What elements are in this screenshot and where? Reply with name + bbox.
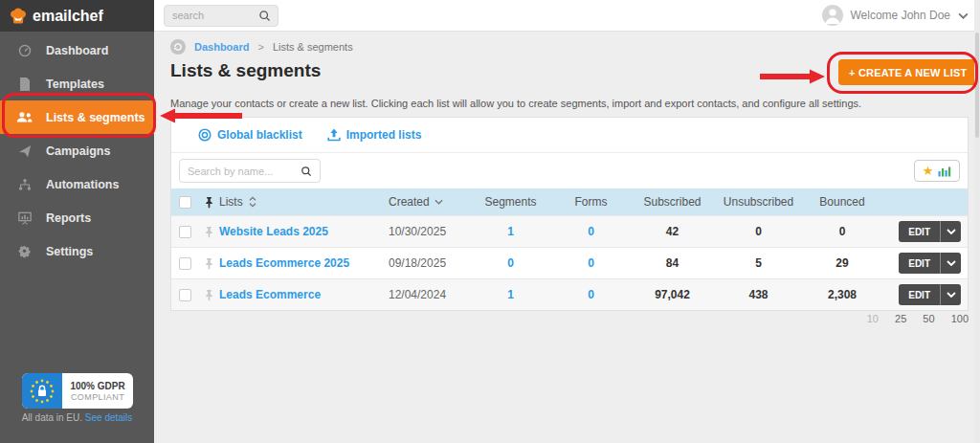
breadcrumb-dashboard-link[interactable]: Dashboard	[194, 41, 249, 53]
pin-icon[interactable]	[198, 196, 219, 209]
forms-count-link[interactable]: 0	[551, 288, 631, 301]
imported-lists-label: Imported lists	[346, 128, 422, 142]
edit-button[interactable]: EDIT	[899, 221, 941, 242]
sort-by-created[interactable]: Created	[389, 195, 470, 209]
forms-count-link[interactable]: 0	[551, 225, 631, 238]
sort-icon	[249, 196, 256, 208]
table-row: Website Leads 2025 10/30/2025 1 0 42 0 0…	[171, 215, 968, 247]
page-size-50[interactable]: 50	[923, 313, 934, 324]
segments-count-link[interactable]: 0	[470, 256, 551, 270]
sidebar-item-label: Reports	[46, 211, 91, 225]
global-blacklist-button[interactable]: Global blacklist	[198, 128, 302, 142]
gdpr-footer: All data in EU. See details	[0, 412, 154, 423]
edit-split-button: EDIT	[899, 284, 961, 305]
global-search	[164, 5, 278, 27]
subscribed-cell: 42	[631, 225, 714, 238]
search-icon[interactable]	[258, 10, 271, 22]
edit-split-button: EDIT	[899, 253, 961, 274]
table-header-row: Lists Created Segments Forms Subscribed …	[171, 188, 968, 215]
sidebar-item-label: Automations	[46, 178, 119, 191]
scrollbar-thumb[interactable]	[975, 33, 979, 138]
subscribed-cell: 97,042	[631, 288, 714, 301]
sidebar-item-label: Templates	[46, 78, 104, 91]
page-size-10[interactable]: 10	[867, 313, 879, 324]
imported-lists-button[interactable]: Imported lists	[327, 128, 422, 142]
table-toolbar: ★	[171, 153, 968, 188]
col-bounced-label[interactable]: Bounced	[803, 195, 881, 209]
row-checkbox[interactable]	[179, 289, 191, 301]
row-checkbox[interactable]	[179, 226, 191, 238]
select-all-checkbox[interactable]	[179, 196, 191, 209]
sort-by-lists[interactable]: Lists	[219, 195, 389, 209]
sidebar-item-campaigns[interactable]: Campaigns	[0, 134, 154, 167]
col-lists-label: Lists	[219, 195, 243, 209]
search-icon[interactable]	[301, 166, 312, 177]
target-rings-icon	[198, 128, 212, 142]
bounced-cell: 29	[803, 256, 881, 270]
star-icon: ★	[923, 165, 934, 177]
col-created-label: Created	[389, 195, 430, 209]
sidebar-menu: Dashboard Templates Lists & segments Cam…	[0, 32, 154, 268]
segments-count-link[interactable]: 1	[470, 288, 551, 301]
gdpr-badge: 100% GDPR COMPLIANT	[22, 373, 133, 409]
edit-dropdown-button[interactable]	[941, 284, 961, 305]
user-menu[interactable]: Welcome John Doe	[822, 5, 969, 26]
bounced-cell: 2,308	[803, 288, 881, 301]
favorites-stats-toggle[interactable]: ★	[914, 160, 960, 182]
created-cell: 10/30/2025	[389, 225, 470, 238]
sidebar-item-reports[interactable]: Reports	[0, 201, 154, 234]
col-unsubscribed-label[interactable]: Unsubscribed	[714, 195, 803, 209]
bounced-cell: 0	[803, 225, 881, 238]
breadcrumb: Dashboard > Lists & segments	[170, 39, 353, 55]
chef-hat-icon	[9, 7, 28, 25]
panel-links-row: Global blacklist Imported lists	[171, 118, 968, 153]
edit-dropdown-button[interactable]	[941, 221, 961, 242]
row-checkbox[interactable]	[179, 257, 191, 270]
edit-button[interactable]: EDIT	[899, 253, 941, 274]
page-description: Manage your contacts or create a new lis…	[170, 98, 861, 109]
forms-count-link[interactable]: 0	[551, 256, 631, 270]
scrollbar[interactable]	[974, 0, 980, 443]
pin-icon[interactable]	[198, 289, 219, 301]
list-name-link[interactable]: Website Leads 2025	[219, 225, 328, 238]
list-name-link[interactable]: Leads Ecommerce	[219, 288, 321, 301]
created-cell: 09/18/2025	[389, 256, 470, 270]
pin-icon[interactable]	[198, 257, 219, 270]
gear-icon	[16, 245, 33, 258]
segments-count-link[interactable]: 1	[470, 225, 551, 238]
gdpr-line1: 100% GDPR	[70, 381, 124, 391]
sidebar-item-settings[interactable]: Settings	[0, 234, 154, 268]
col-segments-label[interactable]: Segments	[470, 195, 551, 209]
page-size-25[interactable]: 25	[895, 313, 906, 324]
sidebar-item-automations[interactable]: Automations	[0, 167, 154, 201]
avatar	[822, 5, 843, 26]
table-row: Leads Ecommerce 2025 09/18/2025 0 0 84 5…	[171, 247, 968, 278]
global-search-input[interactable]	[165, 10, 253, 21]
edit-button[interactable]: EDIT	[899, 284, 941, 305]
gdpr-footer-text: All data in EU.	[22, 412, 82, 423]
col-forms-label[interactable]: Forms	[551, 195, 631, 209]
logo[interactable]: emailchef	[0, 0, 154, 32]
see-details-link[interactable]: See details	[85, 412, 132, 423]
create-new-list-button[interactable]: + CREATE A NEW LIST	[838, 59, 977, 85]
stats-bars-icon	[938, 166, 951, 177]
people-icon	[16, 111, 33, 123]
gdpr-line2: COMPLIANT	[71, 392, 124, 402]
sidebar-item-templates[interactable]: Templates	[0, 67, 154, 100]
history-icon	[170, 39, 186, 55]
breadcrumb-current: Lists & segments	[273, 41, 353, 53]
topbar: Welcome John Doe	[154, 0, 980, 32]
global-blacklist-label: Global blacklist	[217, 128, 302, 142]
pin-icon[interactable]	[198, 226, 219, 238]
annotation-arrow-right	[760, 68, 825, 89]
col-subscribed-label[interactable]: Subscribed	[631, 195, 714, 209]
report-chart-icon	[16, 211, 33, 225]
chevron-down-icon	[958, 12, 969, 19]
list-name-link[interactable]: Leads Ecommerce 2025	[219, 256, 349, 270]
page-size-100[interactable]: 100	[951, 313, 969, 324]
sidebar-item-lists-segments[interactable]: Lists & segments	[0, 100, 154, 134]
name-search	[179, 159, 321, 183]
edit-dropdown-button[interactable]	[941, 253, 961, 274]
sidebar-item-dashboard[interactable]: Dashboard	[0, 33, 154, 67]
name-search-input[interactable]	[180, 166, 293, 177]
